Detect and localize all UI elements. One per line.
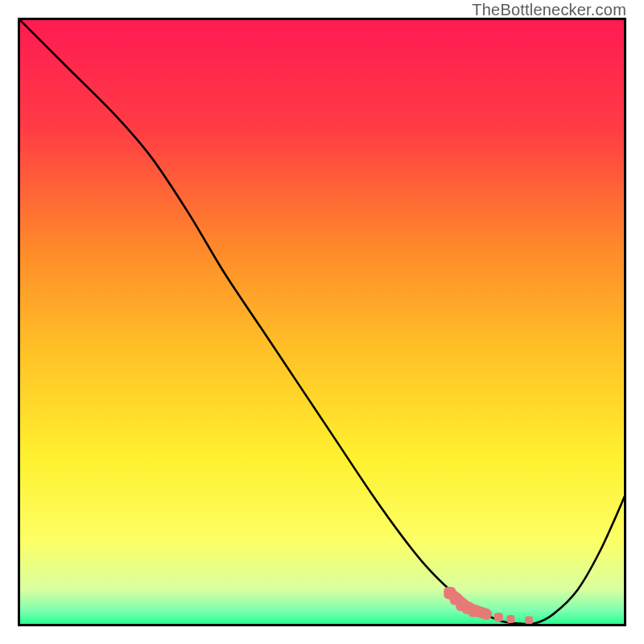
gradient-background xyxy=(18,18,626,626)
chart-frame xyxy=(18,18,626,626)
attribution-text: TheBottlenecker.com xyxy=(472,1,626,19)
gradient-rect xyxy=(18,18,626,626)
